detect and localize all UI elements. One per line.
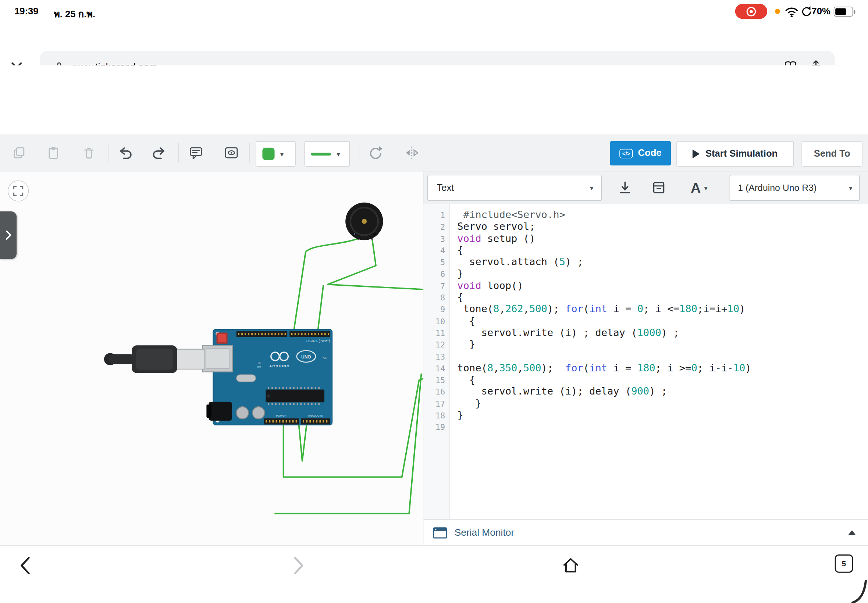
code-line: 6} [423, 267, 868, 280]
code-line: 7void loop() [423, 280, 868, 291]
zoom-to-fit-button[interactable] [8, 181, 29, 201]
undo-button[interactable] [113, 141, 137, 165]
line-number: 15 [423, 375, 450, 387]
board-select-value: 1 (Arduino Uno R3) [738, 183, 817, 193]
code-line: 9 tone(8,262,500); for(int i = 0; i <=18… [423, 303, 868, 315]
wire-style-dropdown[interactable]: ▾ [305, 141, 350, 167]
code-line: 2Servo servol; [423, 220, 868, 232]
paste-button[interactable] [41, 141, 65, 165]
code-line: 16 servol.write (i); delay (900) ; [423, 385, 868, 397]
board-label-tx: TX [257, 362, 261, 364]
send-to-label: Send To [814, 148, 850, 159]
code-line: 4{ [423, 244, 868, 256]
chevron-down-icon: ▾ [337, 150, 340, 158]
code-line: 1 #include<Servo.h> [423, 209, 868, 220]
board-label-on: ON [323, 357, 326, 360]
back-button[interactable] [17, 555, 35, 576]
status-bar: 19:39 พ. 25 ก.พ. 70% [0, 0, 868, 23]
board-label-analog: ANALOG IN [308, 414, 323, 417]
code-editor[interactable]: 1 #include<Servo.h>2Servo servol;3void s… [423, 204, 868, 519]
code-icon: </> [619, 148, 633, 158]
redo-button[interactable] [147, 141, 172, 165]
delete-button[interactable] [76, 141, 101, 165]
serial-monitor-bar[interactable]: Serial Monitor [423, 519, 868, 546]
wire[interactable] [294, 239, 358, 330]
power-jack [209, 402, 232, 421]
code-button[interactable]: </> Code [610, 141, 671, 165]
line-number: 14 [423, 363, 450, 375]
code-line: 3void setup () [423, 232, 868, 244]
line-number: 5 [423, 257, 450, 269]
send-to-button[interactable]: Send To [801, 141, 862, 167]
forward-button[interactable] [288, 555, 307, 576]
toolbar-separator [359, 143, 359, 162]
line-number: 10 [423, 316, 450, 328]
toggle-labels-button[interactable] [219, 141, 243, 165]
code-view-select[interactable]: Text ▾ [427, 175, 602, 201]
board-label-digital: DIGITAL (PWM~) [306, 339, 330, 343]
code-view-value: Text [437, 182, 454, 193]
board-select[interactable]: 1 (Arduino Uno R3) ▾ [730, 175, 860, 201]
code-line: 10 { [423, 315, 868, 326]
chevron-right-icon [5, 230, 12, 241]
home-button[interactable] [561, 555, 581, 575]
browser-bar: www.tinkercad.com [0, 23, 868, 66]
trash-icon [81, 145, 96, 160]
wire-style-swatch [311, 153, 331, 156]
chevron-down-icon: ▾ [590, 184, 594, 192]
code-line: 12 } [423, 338, 868, 350]
download-code-button[interactable] [613, 175, 637, 199]
line-number: 13 [423, 351, 450, 363]
code-line: 5 servol.attach (5) ; [423, 256, 868, 267]
rotate-button[interactable] [363, 141, 387, 165]
line-number: 2 [423, 221, 450, 233]
status-date: พ. 25 ก.พ. [54, 6, 95, 21]
font-size-dropdown[interactable]: A ▾ [682, 175, 716, 199]
components-drawer-handle[interactable] [0, 212, 17, 259]
library-icon [651, 180, 667, 195]
code-panel-header: Text ▾ A ▾ 1 (Arduino Uno R3) ▾ [423, 172, 868, 204]
copy-button[interactable] [7, 141, 31, 165]
capacitor [237, 407, 249, 419]
piezo-buzzer[interactable]: + − [345, 203, 383, 240]
line-number: 1 [423, 210, 450, 221]
note-bubble-icon [187, 144, 204, 161]
code-line: 15 { [423, 374, 868, 385]
code-line: 11 servol.write (i) ; delay (1000) ; [423, 326, 868, 338]
status-time: 19:39 [14, 6, 38, 17]
notes-button[interactable] [184, 141, 208, 165]
battery-nub [854, 9, 856, 14]
circuit-canvas[interactable]: DIGITAL (PWM~) POWER ANALOG IN [0, 172, 424, 545]
bottom-nav-bar: 5 [0, 545, 868, 603]
toolbar-separator [108, 143, 109, 162]
download-icon [617, 180, 633, 195]
buzzer-minus-label: − [373, 231, 376, 237]
code-line: 18} [423, 409, 868, 421]
screen: 19:39 พ. 25 ก.พ. 70% [0, 0, 868, 603]
flip-button[interactable] [400, 141, 424, 165]
undo-icon [117, 144, 133, 161]
color-picker-dropdown[interactable]: ▾ [255, 141, 296, 167]
start-simulation-button[interactable]: Start Simulation [676, 141, 794, 167]
tabs-button[interactable]: 5 [835, 555, 853, 573]
line-number: 19 [423, 422, 450, 433]
code-line: 19 [423, 421, 868, 432]
screen-recording-indicator[interactable] [735, 4, 767, 19]
buzzer-plus-label: + [353, 231, 356, 237]
board-label-rx: RX [257, 366, 261, 368]
usb-cable[interactable] [104, 345, 205, 373]
label-visibility-icon [223, 144, 240, 161]
line-number: 18 [423, 410, 450, 422]
atmega-chip [266, 388, 324, 404]
line-number: 7 [423, 281, 450, 292]
tab-count: 5 [842, 560, 846, 568]
chevron-up-icon[interactable] [848, 530, 856, 535]
chevron-down-icon: ▾ [704, 184, 708, 192]
arduino-uno-board[interactable]: DIGITAL (PWM~) POWER ANALOG IN [203, 329, 332, 425]
safari-view: 19:39 พ. 25 ก.พ. 70% [0, 0, 868, 603]
code-line: 14tone(8,350,500); for(int i = 180; i >=… [423, 362, 868, 374]
code-library-button[interactable] [647, 175, 671, 199]
wire[interactable] [328, 238, 423, 289]
rotate-icon [367, 144, 384, 161]
toolbar-separator [249, 143, 250, 162]
